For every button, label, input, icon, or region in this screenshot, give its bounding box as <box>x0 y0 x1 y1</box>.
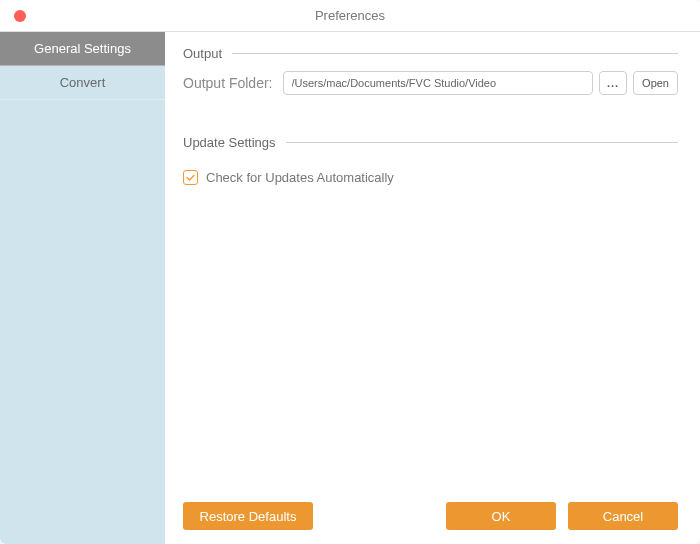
restore-defaults-button[interactable]: Restore Defaults <box>183 502 313 530</box>
output-folder-row: Output Folder: ... Open <box>183 71 678 95</box>
footer: Restore Defaults OK Cancel <box>183 502 678 530</box>
sidebar-item-label: General Settings <box>34 41 131 56</box>
titlebar: Preferences <box>0 0 700 32</box>
update-heading: Update Settings <box>183 135 276 150</box>
window-title: Preferences <box>0 8 700 23</box>
check-icon <box>185 172 196 183</box>
sidebar: General Settings Convert <box>0 32 165 544</box>
sidebar-item-label: Convert <box>60 75 106 90</box>
output-folder-label: Output Folder: <box>183 75 273 91</box>
browse-button[interactable]: ... <box>599 71 627 95</box>
update-section-header: Update Settings <box>183 135 678 150</box>
output-heading: Output <box>183 46 222 61</box>
divider <box>286 142 678 143</box>
auto-update-row: Check for Updates Automatically <box>183 170 678 185</box>
content-pane: Output Output Folder: ... Open Update Se… <box>165 32 700 544</box>
ok-button[interactable]: OK <box>446 502 556 530</box>
sidebar-item-convert[interactable]: Convert <box>0 66 165 100</box>
auto-update-label[interactable]: Check for Updates Automatically <box>206 170 394 185</box>
sidebar-item-general-settings[interactable]: General Settings <box>0 32 165 66</box>
divider <box>232 53 678 54</box>
cancel-button[interactable]: Cancel <box>568 502 678 530</box>
output-folder-input[interactable] <box>283 71 594 95</box>
output-section-header: Output <box>183 46 678 61</box>
preferences-window: Preferences General Settings Convert Out… <box>0 0 700 544</box>
window-body: General Settings Convert Output Output F… <box>0 32 700 544</box>
close-icon[interactable] <box>14 10 26 22</box>
auto-update-checkbox[interactable] <box>183 170 198 185</box>
open-button[interactable]: Open <box>633 71 678 95</box>
